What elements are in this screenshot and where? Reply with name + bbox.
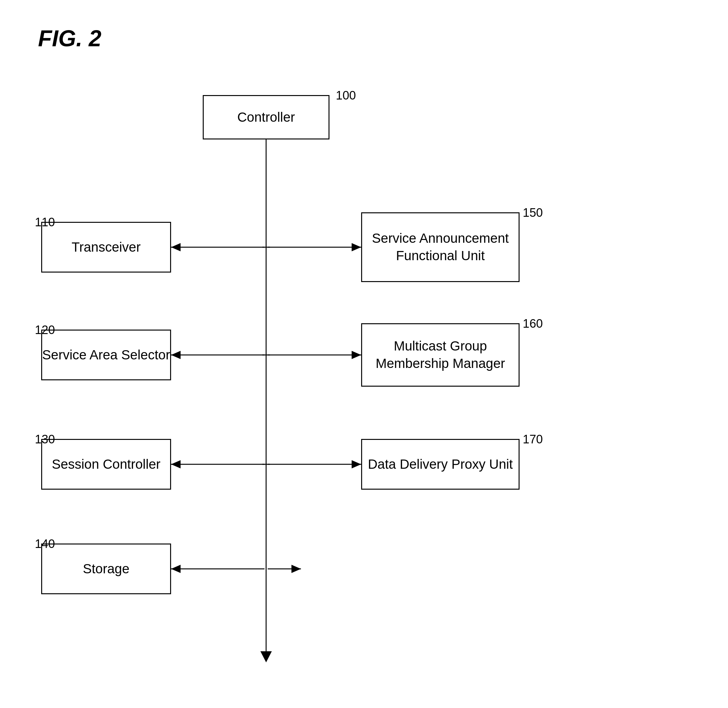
controller-box: Controller [203,95,330,139]
service-announcement-box: Service Announcement Functional Unit [361,212,520,282]
svg-marker-18 [291,565,301,573]
ref-120: 120 [35,323,55,337]
ref-170: 170 [523,432,543,446]
diagram: Controller 100 Transceiver 110 Service A… [25,79,706,681]
svg-marker-14 [352,460,361,469]
data-delivery-box: Data Delivery Proxy Unit [361,439,520,490]
svg-marker-16 [171,565,181,573]
svg-marker-8 [171,351,181,359]
ref-100: 100 [336,89,356,102]
ref-160: 160 [523,317,543,331]
figure-title: FIG. 2 [38,25,101,51]
storage-box: Storage [41,544,171,594]
svg-marker-10 [352,351,361,359]
svg-marker-12 [171,460,181,469]
transceiver-box: Transceiver [41,222,171,273]
multicast-group-box: Multicast Group Membership Manager [361,323,520,387]
ref-110: 110 [35,216,55,229]
svg-marker-4 [171,243,181,251]
ref-140: 140 [35,537,55,551]
svg-marker-6 [352,243,361,251]
ref-150: 150 [523,206,543,220]
service-area-selector-box: Service Area Selector [41,329,171,380]
svg-marker-1 [261,651,272,662]
ref-130: 130 [35,432,55,446]
session-controller-box: Session Controller [41,439,171,490]
